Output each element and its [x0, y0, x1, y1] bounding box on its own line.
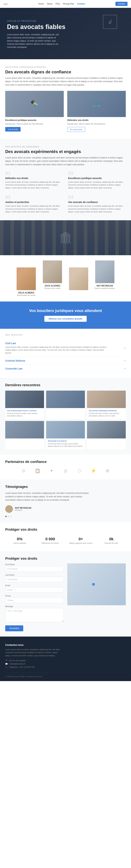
lawyers-grid: 01 Défendre vos droits Lorem ipsum dolor… — [5, 170, 126, 213]
statue-icon: ⚖️ — [67, 91, 126, 117]
nav-faq[interactable]: FAQ — [56, 3, 60, 5]
member-name-2: JACK ALVAREZ — [39, 284, 66, 287]
team-member-4: NAT REYNOLDS Expert-comptable-auditeur — [92, 260, 118, 289]
service-item-3[interactable]: Corporate Law ∨ — [5, 365, 126, 373]
lawyer-num-4: 04 — [68, 194, 126, 200]
partners-grid: ⊙ 📋 ✦ ◎ ⬡ ⚡ ⊞ — [5, 467, 126, 474]
news-content-3: Solutions juridiques expertes Ut enim ad… — [87, 408, 126, 419]
member-photo-2 — [43, 260, 62, 283]
svg-point-7 — [92, 583, 95, 586]
stats-title: Protéger vos droits — [5, 528, 126, 532]
hero-title: Des avocats fiables — [7, 23, 66, 31]
news-text-5: Ut enim ad minim veniam, quis nostrud al… — [48, 443, 83, 447]
email-icon: ✉️ — [5, 663, 8, 665]
news-card-3[interactable]: Solutions juridiques expertes Ut enim ad… — [87, 391, 126, 419]
stat-label-4: Exemple de chire — [99, 542, 124, 544]
service-item-1[interactable]: Civil Law Lorem ipsum dolor sit amet, co… — [5, 339, 126, 357]
testimonial-info: NAT REYNOLDS Directeur — [15, 507, 31, 511]
nav-cta-button[interactable]: Contact — [116, 2, 128, 6]
news-card-1[interactable]: Vos partenaires pour la justice Ut enim … — [5, 391, 44, 419]
partner-icon-4: ◎ — [64, 468, 67, 473]
location-icon: 📍 — [5, 659, 8, 662]
cta-title: Vos boucliers juridiques vous attendent — [5, 309, 126, 313]
footer-col-3 — [98, 644, 126, 670]
chevron-down-icon-1: ∨ — [124, 347, 126, 349]
contact-form-grid: First Name Last Name Email Phone Message… — [5, 563, 126, 631]
partner-logo-6: ⚡ — [88, 467, 99, 474]
first-name-label: First Name — [5, 563, 64, 565]
stat-label-2: Références de Clients — [38, 542, 63, 544]
solution-card-2-btn[interactable]: En savoir plus — [67, 127, 85, 132]
partners-title: Partenaires de confiance — [5, 460, 126, 464]
news-card-2[interactable] — [46, 391, 85, 419]
news-tag-5: Protéger vos droits — [48, 440, 83, 442]
dot-1[interactable] — [5, 516, 7, 517]
news-image-3 — [87, 391, 126, 408]
solution-card-1-btn[interactable]: Lire la suite — [5, 127, 21, 131]
services-label: NOS SERVICES — [5, 334, 126, 336]
footer-contact-address: 📍 123 rue de la justice — [5, 659, 60, 662]
form-group-message: Message — [5, 605, 64, 623]
team-section: CÉLIA ALMEIDA Responsable de bureau JACK… — [0, 260, 131, 302]
partner-logo-4: ◎ — [60, 467, 71, 474]
map-placeholder — [67, 563, 126, 605]
message-input[interactable] — [5, 608, 64, 622]
nav-about[interactable]: About — [47, 3, 53, 5]
footer-phone-value: +33 1 23 45 67 89 — [19, 666, 34, 668]
submit-button[interactable]: Soumettre — [5, 625, 23, 631]
member-role-1: Responsable de bureau — [13, 294, 39, 296]
dot-2[interactable] — [8, 516, 9, 517]
partner-icon-6: ⚡ — [91, 468, 96, 473]
stat-value-4: 0k — [99, 537, 124, 541]
nav-home[interactable]: Home — [38, 3, 44, 5]
testimonials-title: Témoignages — [5, 485, 126, 489]
form-group-firstname: First Name — [5, 563, 64, 572]
last-name-input[interactable] — [5, 577, 64, 582]
news-image-1 — [5, 391, 44, 408]
testimonial-text: Lorem ipsum dolor sit amet, consetetur s… — [5, 492, 93, 502]
footer-contact-phone: 📞 Téléphone +33 1 23 45 67 89 — [5, 666, 60, 668]
news-text-3: Ut enim ad minim veniam, quis nostrud ex… — [89, 412, 124, 417]
solutions-section: SOLUTIONS JURIDIQUES EXPERTES Des avocat… — [0, 59, 131, 139]
news-card-5[interactable]: Protéger vos droits Ut enim ad minim ven… — [46, 421, 85, 449]
solution-image-2: ⚖️ — [67, 91, 126, 117]
news-card-6[interactable] — [87, 421, 126, 449]
partner-logo-3: ✦ — [46, 467, 57, 474]
lawyer-item-text-2: Lorem ipsum dolor sit amet, consetetur s… — [68, 181, 126, 189]
phone-input[interactable] — [5, 597, 64, 603]
footer-col-2 — [66, 644, 93, 670]
stat-value-2: 0 000 — [38, 537, 63, 541]
member-photo-3 — [69, 268, 88, 290]
partner-icon-5: ⬡ — [78, 468, 81, 473]
stat-value-3: 0+ — [68, 537, 93, 541]
news-title: Dernières rencontres — [5, 383, 126, 387]
lawyer-item-title-1: Défendre vos droits — [5, 177, 63, 180]
stat-item-2: 0 000 Références de Clients — [36, 535, 65, 546]
last-name-label: Last Name — [5, 574, 64, 576]
first-name-input[interactable] — [5, 566, 64, 572]
service-name-2: Criminal Defense — [5, 359, 25, 362]
email-input[interactable] — [5, 587, 64, 593]
stats-grid: 0% Clients satisfaits 0 000 Références d… — [5, 535, 126, 546]
nav-pricing[interactable]: Pricing Plan — [63, 3, 74, 5]
news-card-4[interactable] — [5, 421, 44, 449]
dot-3[interactable] — [10, 516, 11, 517]
cta-button[interactable]: Obtenez une consultation gratuite — [44, 316, 87, 322]
lawyers-section: VOS AVOCATS DE CONFIANCE Des avocats exp… — [0, 139, 131, 220]
news-grid: Vos partenaires pour la justice Ut enim … — [5, 391, 126, 449]
news-content-5: Protéger vos droits Ut enim ad minim ven… — [46, 438, 85, 449]
service-text-1: Lorem ipsum dolor sit amet, consetetur s… — [5, 346, 106, 354]
lawyer-item-text-3: Lorem ipsum dolor sit amet, consetetur s… — [5, 205, 63, 213]
partner-logo-1: ⊙ — [18, 467, 29, 474]
map-grid — [67, 563, 126, 605]
service-item-2[interactable]: Criminal Defense ∨ — [5, 357, 126, 365]
form-group-lastname: Last Name — [5, 574, 64, 582]
solutions-label: SOLUTIONS JURIDIQUES EXPERTES — [5, 66, 126, 68]
stats-section: Protéger vos droits 0% Clients satisfait… — [0, 522, 131, 551]
chevron-down-icon-2: ∨ — [124, 359, 126, 362]
member-role-4: Expert-comptable-auditeur — [92, 287, 118, 289]
lawyer-item-title-3: Justice et protection — [5, 201, 63, 204]
nav-contact[interactable]: Contact — [77, 3, 85, 5]
member-photo-4 — [95, 260, 114, 283]
partner-logo-7: ⊞ — [102, 467, 113, 474]
